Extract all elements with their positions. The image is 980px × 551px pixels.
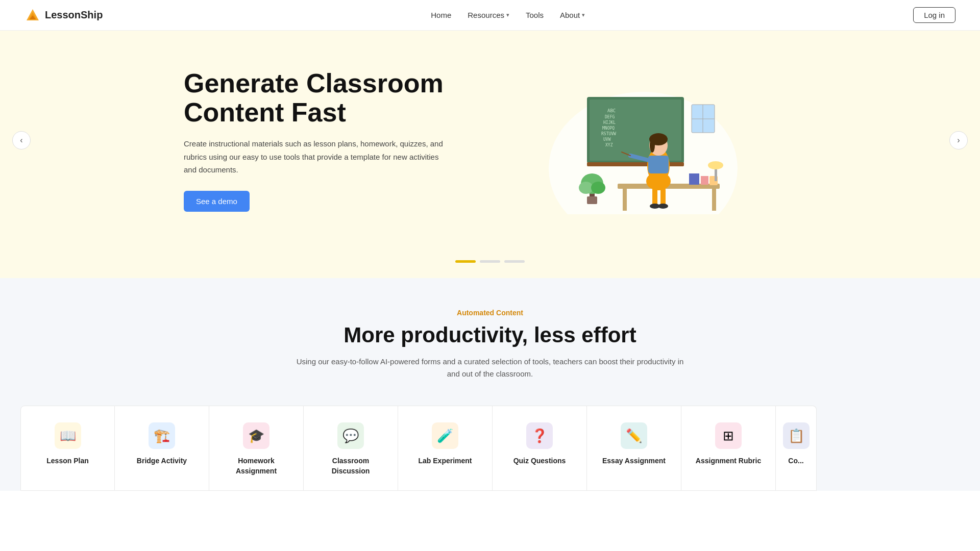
card-lesson-plan[interactable]: 📖 Lesson Plan — [20, 406, 115, 491]
hero-image: ABC DEFG HIJKL MNOPQ RSTUVW UVW XYZ — [490, 66, 796, 214]
svg-rect-18 — [623, 188, 627, 211]
card-label-assignment-rubric: Assignment Rubric — [696, 456, 761, 466]
quiz-icon: ❓ — [531, 428, 548, 444]
course-syllabus-icon-wrap: 📋 — [783, 422, 810, 449]
card-label-essay-assignment: Essay Assignment — [602, 456, 666, 466]
chevron-down-icon-about: ▾ — [582, 12, 585, 18]
flask-icon: 🧪 — [437, 428, 453, 444]
quiz-questions-icon-wrap: ❓ — [526, 422, 553, 449]
card-label-lab-experiment: Lab Experiment — [418, 456, 472, 466]
chevron-down-icon: ▾ — [506, 12, 509, 18]
syllabus-icon: 📋 — [788, 428, 804, 444]
classroom-discussion-icon-wrap: 💬 — [337, 422, 364, 449]
card-assignment-rubric[interactable]: ⊞ Assignment Rubric — [681, 406, 776, 491]
card-label-classroom-discussion: Classroom Discussion — [314, 456, 387, 476]
logo[interactable]: LessonShip — [24, 7, 103, 23]
rubric-icon: ⊞ — [723, 428, 734, 444]
svg-rect-36 — [652, 188, 657, 206]
section-description: Using our easy-to-follow AI-powered form… — [296, 356, 684, 380]
section-tag: Automated Content — [20, 309, 960, 317]
carousel-prev-button[interactable]: ‹ — [12, 131, 31, 149]
card-homework-assignment[interactable]: 🎓 Homework Assignment — [209, 406, 304, 491]
carousel-next-button[interactable]: › — [949, 131, 968, 149]
hero-section: ‹ Generate Classroom Content Fast Create… — [0, 31, 980, 250]
nav-tools[interactable]: Tools — [526, 11, 544, 19]
nav-home[interactable]: Home — [431, 11, 451, 19]
nav-links: Home Resources ▾ Tools About ▾ — [431, 11, 585, 19]
navbar: LessonShip Home Resources ▾ Tools About … — [0, 0, 980, 31]
card-course-syllabus[interactable]: 📋 Co... — [776, 406, 817, 491]
hero-inner: Generate Classroom Content Fast Create i… — [184, 66, 796, 214]
content-section: Automated Content More productivity, les… — [0, 278, 980, 491]
logo-text: LessonShip — [45, 9, 103, 21]
svg-rect-30 — [648, 156, 669, 173]
card-essay-assignment[interactable]: ✏️ Essay Assignment — [587, 406, 681, 491]
card-classroom-discussion[interactable]: 💬 Classroom Discussion — [304, 406, 398, 491]
svg-text:DEFG: DEFG — [605, 115, 615, 119]
logo-icon — [24, 7, 41, 23]
carousel-dots — [0, 250, 980, 278]
carousel-dot-3[interactable] — [504, 260, 525, 263]
svg-text:MNOPQ: MNOPQ — [602, 126, 615, 131]
svg-point-29 — [646, 172, 671, 190]
bridge-activity-icon-wrap: 🏗️ — [149, 422, 175, 449]
svg-text:UVW: UVW — [603, 137, 611, 142]
hero-description: Create instructional materials such as l… — [184, 137, 449, 177]
card-label-quiz-questions: Quiz Questions — [513, 456, 566, 466]
svg-text:ABC: ABC — [607, 108, 616, 113]
card-bridge-activity[interactable]: 🏗️ Bridge Activity — [115, 406, 209, 491]
card-label-lesson-plan: Lesson Plan — [46, 456, 88, 466]
pen-icon: ✏️ — [626, 428, 642, 444]
demo-button[interactable]: See a demo — [184, 191, 250, 212]
svg-rect-19 — [712, 188, 716, 211]
svg-text:RSTUVW: RSTUVW — [601, 132, 616, 136]
teacher-illustration: ABC DEFG HIJKL MNOPQ RSTUVW UVW XYZ — [541, 66, 745, 214]
svg-point-25 — [579, 182, 593, 194]
cards-row: 📖 Lesson Plan 🏗️ Bridge Activity 🎓 Homew… — [20, 406, 960, 491]
lesson-plan-icon-wrap: 📖 — [55, 422, 81, 449]
lab-experiment-icon-wrap: 🧪 — [432, 422, 458, 449]
card-label-bridge-activity: Bridge Activity — [137, 456, 187, 466]
svg-point-39 — [658, 204, 668, 209]
hero-title: Generate Classroom Content Fast — [184, 69, 449, 127]
section-title: More productivity, less effort — [20, 323, 960, 347]
svg-rect-21 — [701, 176, 708, 185]
book-icon: 📖 — [60, 428, 76, 444]
essay-assignment-icon-wrap: ✏️ — [621, 422, 647, 449]
assignment-rubric-icon-wrap: ⊞ — [715, 422, 742, 449]
login-button[interactable]: Log in — [913, 7, 955, 23]
svg-rect-20 — [689, 173, 699, 185]
svg-rect-27 — [587, 196, 597, 204]
nav-about[interactable]: About ▾ — [560, 11, 585, 19]
hero-text: Generate Classroom Content Fast Create i… — [184, 69, 449, 212]
svg-text:HIJKL: HIJKL — [603, 120, 616, 125]
svg-text:XYZ: XYZ — [605, 143, 613, 147]
card-label-course-syllabus: Co... — [788, 456, 803, 466]
card-lab-experiment[interactable]: 🧪 Lab Experiment — [398, 406, 493, 491]
graduation-icon: 🎓 — [248, 428, 264, 444]
svg-point-33 — [650, 138, 655, 153]
card-label-homework-assignment: Homework Assignment — [219, 456, 293, 476]
bridge-icon: 🏗️ — [154, 428, 170, 444]
homework-assignment-icon-wrap: 🎓 — [243, 422, 270, 449]
svg-rect-37 — [660, 188, 666, 206]
svg-point-26 — [591, 182, 605, 194]
carousel-dot-2[interactable] — [480, 260, 500, 263]
chat-icon: 💬 — [342, 428, 359, 444]
carousel-dot-1[interactable] — [455, 260, 476, 263]
nav-resources[interactable]: Resources ▾ — [468, 11, 509, 19]
card-quiz-questions[interactable]: ❓ Quiz Questions — [493, 406, 587, 491]
svg-point-41 — [708, 161, 723, 169]
